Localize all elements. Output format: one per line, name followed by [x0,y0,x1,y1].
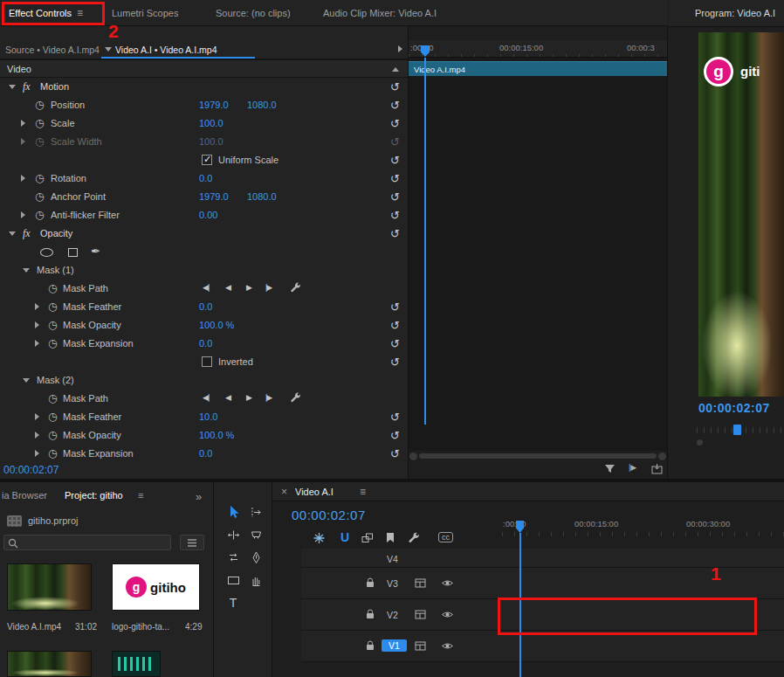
wrench-icon[interactable] [290,392,301,405]
close-icon[interactable]: × [281,486,287,498]
value-y[interactable]: 1080.0 [247,100,277,110]
stopwatch-icon[interactable]: ◷ [35,190,44,203]
chevron-right-icon[interactable] [21,138,25,145]
tab-program-monitor[interactable]: Program: Video A.I [695,8,775,18]
tab-audio-clip-mixer[interactable]: Audio Clip Mixer: Video A.I [323,0,437,26]
project-item-audio-thumbnail[interactable] [112,651,161,677]
value[interactable]: 100.0 % [199,430,234,440]
value-x[interactable]: 1979.0 [199,191,229,202]
tab-media-browser[interactable]: ia Browser [2,490,47,501]
chevron-right-icon[interactable] [21,120,25,127]
scrubber-playhead[interactable] [733,425,741,435]
reset-icon[interactable]: ↺ [390,208,400,223]
value[interactable]: 100.0 [199,118,224,128]
play-around-icon[interactable]: |▶ [629,463,636,472]
value[interactable]: 10.0 [199,411,217,422]
reset-icon[interactable]: ↺ [390,336,400,351]
checkbox-icon[interactable] [202,356,212,367]
play-icon[interactable]: ▶ [246,393,251,402]
stopwatch-icon[interactable]: ◷ [35,99,44,111]
reset-icon[interactable]: ↺ [390,116,400,131]
eye-icon[interactable] [441,610,454,621]
ripple-edit-tool[interactable] [224,526,242,543]
project-item-video-thumbnail[interactable] [7,651,92,677]
program-scrubber[interactable] [697,425,784,436]
value-x[interactable]: 1979.0 [199,100,229,110]
selection-tool[interactable] [224,503,242,521]
reset-icon[interactable]: ↺ [390,153,400,168]
step-forward-icon[interactable]: |▶ [265,283,272,292]
chevron-down-icon[interactable] [9,231,16,236]
stopwatch-icon[interactable]: ◷ [35,209,44,221]
chevron-right-icon[interactable] [35,321,39,328]
chevron-right-icon[interactable] [398,45,402,52]
reset-icon[interactable]: ↺ [390,171,400,186]
rectangle-tool[interactable] [224,571,242,589]
lock-icon[interactable] [366,609,375,621]
add-marker-icon[interactable] [386,532,395,545]
reset-icon[interactable]: ↺ [390,428,400,443]
stopwatch-icon[interactable]: ◷ [48,411,57,423]
chevron-right-icon[interactable] [21,175,25,182]
pen-mask-icon[interactable]: ✒ [91,245,100,258]
nest-toggle-icon[interactable] [313,532,326,546]
reset-icon[interactable]: ↺ [390,446,400,461]
snap-magnet-icon[interactable]: U [340,530,349,544]
timeline-settings-wrench-icon[interactable] [408,532,420,546]
razor-tool[interactable] [247,526,265,543]
tab-sequence[interactable]: Video A.I [295,487,334,497]
play-icon[interactable]: ▶ [246,283,251,292]
value[interactable]: 100.0 % [199,320,234,330]
chevron-down-icon[interactable] [23,268,30,273]
track-select-forward-tool[interactable] [247,503,265,521]
hand-tool[interactable] [247,571,265,589]
horizontal-scrollbar[interactable] [409,452,667,460]
reset-icon[interactable]: ↺ [390,98,400,113]
stopwatch-icon[interactable]: ◷ [48,319,57,331]
reset-icon[interactable]: ↺ [390,79,400,94]
stopwatch-icon[interactable]: ◷ [48,392,57,404]
scroll-left-dot[interactable] [409,452,417,460]
track-label[interactable]: V4 [387,554,398,564]
value[interactable]: 0.0 [199,448,212,459]
tab-project[interactable]: Project: gitiho [65,490,123,501]
reset-icon[interactable]: ↺ [390,318,400,333]
reset-icon[interactable]: ↺ [390,410,400,425]
sequence-clip-tab[interactable]: Video A.I • Video A.I.mp4 [115,45,217,55]
program-timecode[interactable]: 00:00:02:07 [698,401,770,415]
lock-icon[interactable] [366,577,375,590]
step-forward-icon[interactable]: |▶ [265,393,272,402]
reset-icon[interactable]: ↺ [390,355,400,370]
scrollbar-thumb[interactable] [419,453,657,459]
track-label-selected[interactable]: V1 [382,639,407,652]
slip-tool[interactable] [224,549,242,566]
type-tool[interactable]: T [224,594,242,611]
prev-keyframe-icon[interactable]: ◀| [203,393,209,402]
linked-selection-icon[interactable] [361,533,374,545]
project-item-video-thumbnail[interactable] [7,563,92,611]
chevron-right-icon[interactable] [35,413,39,420]
new-item-button[interactable] [180,535,204,550]
scroll-left-dot[interactable] [697,439,703,446]
timeline-ruler[interactable]: :00:00 00:00:15:00 00:00:30:00 [502,517,784,536]
export-frame-icon[interactable] [651,464,663,476]
scroll-right-dot[interactable] [658,452,666,460]
panel-menu-icon[interactable]: ≡ [360,486,366,498]
project-item-logo-thumbnail[interactable]: g gitiho [112,563,200,611]
ec-section-video[interactable]: Video [0,59,408,78]
stopwatch-icon[interactable]: ◷ [48,429,57,441]
timeline-timecode[interactable]: 00:00:02:07 [292,508,366,522]
value[interactable]: 0.0 [199,301,212,312]
chevron-down-icon[interactable] [105,47,112,52]
captions-icon[interactable]: cc [438,532,453,542]
stopwatch-icon[interactable]: ◷ [35,117,44,129]
project-file-name[interactable]: gitiho.prproj [28,515,78,526]
sync-lock-icon[interactable] [415,641,426,653]
ec-clip-header-bar[interactable]: Video A.I.mp4 [409,61,667,76]
keyframe-area[interactable] [409,58,667,451]
value-y[interactable]: 1080.0 [247,191,277,202]
chevron-right-icon[interactable] [35,340,39,347]
value[interactable]: 0.0 [199,338,212,349]
filter-icon[interactable] [604,464,616,476]
stopwatch-icon[interactable]: ◷ [35,172,44,184]
